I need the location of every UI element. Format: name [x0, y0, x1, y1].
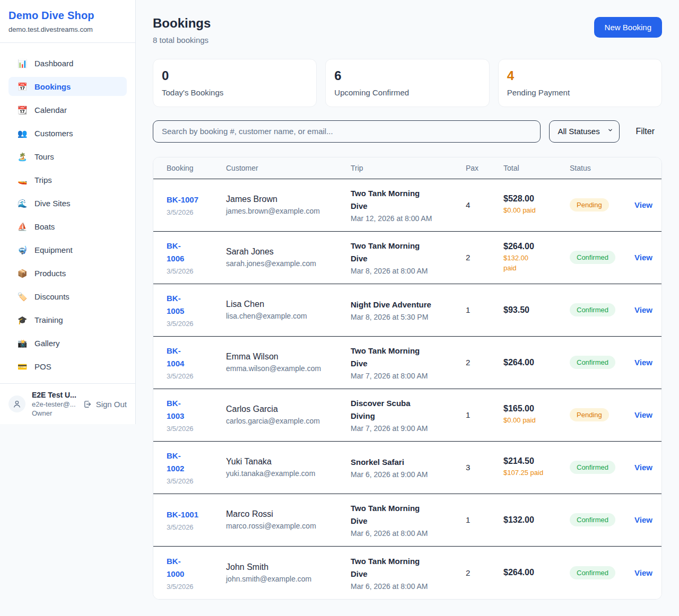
- customer-email: lisa.chen@example.com: [226, 312, 351, 320]
- bar-chart-icon: 📊: [17, 59, 28, 67]
- booking-id-link[interactable]: BK-1007: [167, 193, 226, 206]
- sign-out-label: Sign Out: [96, 400, 127, 409]
- booking-cell: BK- 1002 3/5/2026: [167, 450, 226, 485]
- total-cell: $93.50: [503, 305, 570, 315]
- filter-button[interactable]: Filter: [628, 127, 662, 136]
- total-cell: $264.00: [503, 568, 570, 577]
- view-link[interactable]: View: [634, 253, 652, 262]
- view-link[interactable]: View: [634, 568, 652, 577]
- sidebar-item-equipment[interactable]: 🤿 Equipment: [8, 240, 127, 259]
- pax-count: 2: [466, 358, 503, 367]
- booking-id-link[interactable]: BK- 1003: [167, 397, 226, 423]
- search-input[interactable]: [153, 120, 541, 143]
- view-link[interactable]: View: [634, 463, 652, 472]
- filter-row: All Statuses Filter: [153, 120, 662, 143]
- sidebar-item-tours[interactable]: 🏝️ Tours: [8, 147, 127, 166]
- customer-cell: Yuki Tanaka yuki.tanaka@example.com: [226, 457, 351, 478]
- sidebar-item-customers[interactable]: 👥 Customers: [8, 124, 127, 143]
- table-row: BK-1007 3/5/2026 James Brown james.brown…: [153, 179, 661, 232]
- col-booking: Booking: [167, 164, 226, 172]
- sidebar-item-training[interactable]: 🎓 Training: [8, 310, 127, 329]
- stat-card: 6 Upcoming Confirmed: [325, 59, 489, 107]
- user-info: E2E Test U... e2e-tester@... Owner: [32, 391, 77, 417]
- paid-amount: $132.00 paid: [503, 253, 570, 274]
- view-link[interactable]: View: [634, 200, 652, 209]
- trip-cell: Snorkel Safari Mar 6, 2026 at 9:00 AM: [351, 456, 466, 479]
- trip-cell: Two Tank Morning Dive Mar 8, 2026 at 8:0…: [351, 240, 466, 275]
- booking-date: 3/5/2026: [167, 425, 226, 433]
- sidebar-item-pos[interactable]: 💳 POS: [8, 357, 127, 376]
- total-cell: $528.00 $0.00 paid: [503, 194, 570, 216]
- trip-time: Mar 6, 2026 at 8:00 AM: [351, 582, 466, 591]
- avatar: [8, 395, 25, 412]
- col-total: Total: [503, 164, 570, 172]
- sidebar-item-gallery[interactable]: 📸 Gallery: [8, 333, 127, 353]
- customer-cell: Lisa Chen lisa.chen@example.com: [226, 300, 351, 320]
- sidebar-item-trips[interactable]: 🚤 Trips: [8, 170, 127, 189]
- booking-id-link[interactable]: BK- 1004: [167, 345, 226, 370]
- bookings-table-body: BK-1007 3/5/2026 James Brown james.brown…: [153, 179, 661, 599]
- booking-cell: BK-1001 3/5/2026: [167, 508, 226, 531]
- main-content: Bookings 8 total bookings New Booking 0 …: [136, 0, 679, 615]
- page-header: Bookings 8 total bookings New Booking: [153, 16, 662, 45]
- status-select-wrap: All Statuses: [549, 120, 620, 143]
- pax-count: 3: [466, 463, 503, 472]
- new-booking-button[interactable]: New Booking: [594, 17, 662, 38]
- view-link[interactable]: View: [634, 305, 652, 314]
- booking-date: 3/5/2026: [167, 372, 226, 380]
- total-cell: $165.00 $0.00 paid: [503, 404, 570, 426]
- customer-cell: Emma Wilson emma.wilson@example.com: [226, 352, 351, 373]
- booking-id-link[interactable]: BK- 1000: [167, 555, 226, 580]
- trip-time: Mar 8, 2026 at 8:00 AM: [351, 267, 466, 275]
- view-link[interactable]: View: [634, 358, 652, 367]
- sidebar-item-bookings[interactable]: 📅 Bookings: [8, 77, 127, 96]
- booking-id-link[interactable]: BK-1001: [167, 508, 226, 521]
- sidebar-item-discounts[interactable]: 🏷️ Discounts: [8, 287, 127, 306]
- calendar-icon: 📅: [17, 83, 28, 91]
- user-box: E2E Test U... e2e-tester@... Owner Sign …: [0, 383, 135, 424]
- booking-date: 3/5/2026: [167, 208, 226, 216]
- sidebar-item-dive-sites[interactable]: 🌊 Dive Sites: [8, 193, 127, 213]
- sidebar-item-products[interactable]: 📦 Products: [8, 263, 127, 283]
- paid-amount: $0.00 paid: [503, 206, 570, 216]
- total-amount: $264.00: [503, 568, 570, 577]
- customer-name: Sarah Jones: [226, 247, 351, 257]
- graduation-cap-icon: 🎓: [17, 316, 28, 324]
- page-header-text: Bookings 8 total bookings: [153, 16, 211, 45]
- status-select[interactable]: All Statuses: [549, 120, 620, 143]
- total-amount: $93.50: [503, 305, 570, 315]
- trip-name: Night Dive Adventure: [351, 298, 466, 311]
- trip-cell: Two Tank Morning Dive Mar 6, 2026 at 8:0…: [351, 555, 466, 591]
- booking-id-link[interactable]: BK- 1002: [167, 450, 226, 475]
- sidebar-item-boats[interactable]: ⛵ Boats: [8, 217, 127, 236]
- sidebar-item-dashboard[interactable]: 📊 Dashboard: [8, 54, 127, 73]
- booking-date: 3/5/2026: [167, 477, 226, 485]
- booking-id-link[interactable]: BK- 1006: [167, 240, 226, 265]
- booking-cell: BK- 1003 3/5/2026: [167, 397, 226, 433]
- col-trip: Trip: [351, 164, 466, 172]
- package-icon: 📦: [17, 269, 28, 277]
- booking-cell: BK-1007 3/5/2026: [167, 193, 226, 216]
- trip-name: Two Tank Morning Dive: [351, 502, 466, 527]
- stat-value: 0: [162, 68, 308, 83]
- customer-name: Yuki Tanaka: [226, 457, 351, 467]
- view-link[interactable]: View: [634, 410, 652, 419]
- view-link[interactable]: View: [634, 515, 652, 524]
- customer-email: sarah.jones@example.com: [226, 259, 351, 268]
- sidebar-item-calendar[interactable]: 📆 Calendar: [8, 100, 127, 119]
- col-status: Status: [570, 164, 634, 172]
- customer-name: Lisa Chen: [226, 300, 351, 309]
- status-badge: Confirmed: [570, 513, 615, 526]
- sign-out-button[interactable]: Sign Out: [83, 400, 127, 409]
- booking-id-link[interactable]: BK- 1005: [167, 292, 226, 318]
- table-row: BK- 1002 3/5/2026 Yuki Tanaka yuki.tanak…: [153, 442, 661, 494]
- customer-cell: John Smith john.smith@example.com: [226, 562, 351, 583]
- trip-name: Snorkel Safari: [351, 456, 466, 469]
- status-badge: Pending: [570, 198, 609, 212]
- sidebar: Demo Dive Shop demo.test.divestreams.com…: [0, 0, 136, 424]
- credit-card-icon: 💳: [17, 363, 28, 371]
- trip-time: Mar 6, 2026 at 9:00 AM: [351, 470, 466, 479]
- table-row: BK- 1000 3/5/2026 John Smith john.smith@…: [153, 547, 661, 599]
- status-badge: Confirmed: [570, 566, 615, 579]
- booking-cell: BK- 1000 3/5/2026: [167, 555, 226, 591]
